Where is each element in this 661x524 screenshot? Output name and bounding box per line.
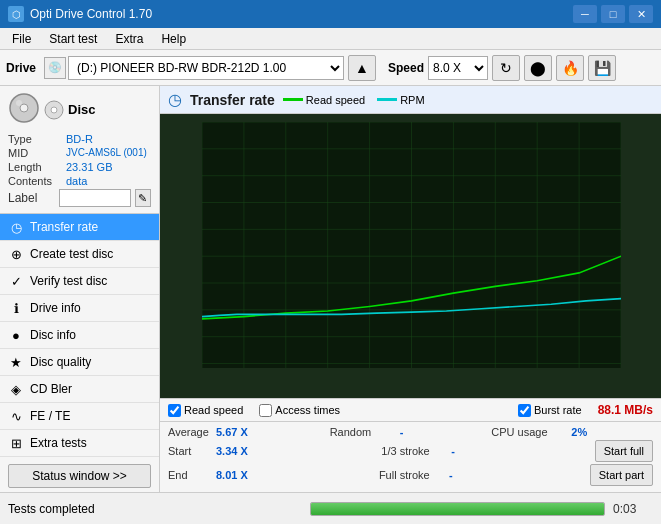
start-part-button[interactable]: Start part bbox=[590, 464, 653, 486]
maximize-button[interactable]: □ bbox=[601, 5, 625, 23]
burst-rate-value: 88.1 MB/s bbox=[598, 403, 653, 417]
disc-label-input[interactable] bbox=[59, 189, 131, 207]
sidebar: Disc Type BD-R MID JVC-AMS6L (001) Lengt… bbox=[0, 86, 160, 492]
eject-button[interactable]: ▲ bbox=[348, 55, 376, 81]
nav-disc-quality-label: Disc quality bbox=[30, 355, 91, 369]
start-val: 3.34 X bbox=[216, 445, 256, 457]
save-button[interactable]: 💾 bbox=[588, 55, 616, 81]
access-times-checkbox[interactable] bbox=[259, 404, 272, 417]
svg-point-1 bbox=[20, 104, 28, 112]
checkbox-access-times[interactable]: Access times bbox=[259, 404, 340, 417]
average-key: Average bbox=[168, 426, 216, 438]
nav-list: ◷ Transfer rate ⊕ Create test disc ✓ Ver… bbox=[0, 214, 159, 460]
nav-cd-bler[interactable]: ◈ CD Bler bbox=[0, 376, 159, 403]
menu-extra[interactable]: Extra bbox=[107, 30, 151, 48]
main-area: Disc Type BD-R MID JVC-AMS6L (001) Lengt… bbox=[0, 86, 661, 492]
full-stroke-val: - bbox=[449, 469, 479, 481]
nav-create-test-disc[interactable]: ⊕ Create test disc bbox=[0, 241, 159, 268]
stats-row-1: Average 5.67 X Random - CPU usage 2% bbox=[168, 426, 653, 438]
fe-te-icon: ∿ bbox=[8, 408, 24, 424]
disc-info-icon: ● bbox=[8, 327, 24, 343]
disc-label-row: Label ✎ bbox=[8, 189, 151, 207]
speed-label: Speed bbox=[388, 61, 424, 75]
status-bar: Tests completed 0:03 bbox=[0, 492, 661, 524]
nav-fe-te[interactable]: ∿ FE / TE bbox=[0, 403, 159, 430]
read-speed-checkbox-label: Read speed bbox=[184, 404, 243, 416]
title-bar: ⬡ Opti Drive Control 1.70 ─ □ ✕ bbox=[0, 0, 661, 28]
nav-disc-info[interactable]: ● Disc info bbox=[0, 322, 159, 349]
average-val: 5.67 X bbox=[216, 426, 256, 438]
status-window-button[interactable]: Status window >> bbox=[8, 464, 151, 488]
disc-length-val: 23.31 GB bbox=[66, 161, 112, 173]
nav-create-test-disc-label: Create test disc bbox=[30, 247, 113, 261]
end-key: End bbox=[168, 469, 216, 481]
nav-extra-tests[interactable]: ⊞ Extra tests bbox=[0, 430, 159, 457]
nav-drive-info[interactable]: ℹ Drive info bbox=[0, 295, 159, 322]
stat-end: End 8.01 X bbox=[168, 464, 379, 486]
legend-rpm: RPM bbox=[377, 94, 424, 106]
chart-legend: Read speed RPM bbox=[283, 94, 425, 106]
nav-drive-info-label: Drive info bbox=[30, 301, 81, 315]
nav-verify-test-disc[interactable]: ✓ Verify test disc bbox=[0, 268, 159, 295]
end-val: 8.01 X bbox=[216, 469, 256, 481]
disc-mid-row: MID JVC-AMS6L (001) bbox=[8, 147, 151, 159]
app-title: Opti Drive Control 1.70 bbox=[30, 7, 152, 21]
chart-svg: 18 X 16 X 14 X 12 X 10 X 8 X 6 X 4 X 2 X… bbox=[202, 122, 621, 368]
chart-container: 18 X 16 X 14 X 12 X 10 X 8 X 6 X 4 X 2 X… bbox=[160, 114, 661, 398]
disc-graphic bbox=[8, 92, 40, 124]
disc-icon2 bbox=[44, 100, 64, 120]
status-text: Tests completed bbox=[8, 502, 302, 516]
legend-rpm-label: RPM bbox=[400, 94, 424, 106]
toolbar: Drive 💿 (D:) PIONEER BD-RW BDR-212D 1.00… bbox=[0, 50, 661, 86]
svg-point-4 bbox=[51, 107, 57, 113]
checkbox-read-speed[interactable]: Read speed bbox=[168, 404, 243, 417]
nav-extra-tests-label: Extra tests bbox=[30, 436, 87, 450]
window-controls: ─ □ ✕ bbox=[573, 5, 653, 23]
chart-header-icon: ◷ bbox=[168, 90, 182, 109]
read-speed-checkbox[interactable] bbox=[168, 404, 181, 417]
disc-contents-key: Contents bbox=[8, 175, 66, 187]
stat-cpu: CPU usage 2% bbox=[491, 426, 653, 438]
stat-random: Random - bbox=[330, 426, 492, 438]
speed-select[interactable]: 8.0 X bbox=[428, 56, 488, 80]
svg-point-2 bbox=[16, 100, 22, 106]
nav-disc-info-label: Disc info bbox=[30, 328, 76, 342]
menu-start-test[interactable]: Start test bbox=[41, 30, 105, 48]
checkbox-burst-rate[interactable]: Burst rate bbox=[518, 404, 582, 417]
disc-length-key: Length bbox=[8, 161, 66, 173]
drive-icon: 💿 bbox=[44, 57, 66, 79]
disc-length-row: Length 23.31 GB bbox=[8, 161, 151, 173]
cpu-val: 2% bbox=[571, 426, 611, 438]
create-disc-icon: ⊕ bbox=[8, 246, 24, 262]
disc-mid-val: JVC-AMS6L (001) bbox=[66, 147, 147, 159]
disc-label-button[interactable]: ✎ bbox=[135, 189, 151, 207]
transfer-rate-icon: ◷ bbox=[8, 219, 24, 235]
burst-rate-checkbox[interactable] bbox=[518, 404, 531, 417]
menu-file[interactable]: File bbox=[4, 30, 39, 48]
start-key: Start bbox=[168, 445, 216, 457]
nav-cd-bler-label: CD Bler bbox=[30, 382, 72, 396]
chart-title: Transfer rate bbox=[190, 92, 275, 108]
settings-button[interactable]: ⬤ bbox=[524, 55, 552, 81]
disc-section-label: Disc bbox=[68, 102, 95, 117]
nav-transfer-rate[interactable]: ◷ Transfer rate bbox=[0, 214, 159, 241]
access-times-checkbox-label: Access times bbox=[275, 404, 340, 416]
start-full-button[interactable]: Start full bbox=[595, 440, 653, 462]
burn-button[interactable]: 🔥 bbox=[556, 55, 584, 81]
refresh-button[interactable]: ↻ bbox=[492, 55, 520, 81]
stroke13-key: 1/3 stroke bbox=[381, 445, 451, 457]
stats-area: Average 5.67 X Random - CPU usage 2% Sta… bbox=[160, 421, 661, 492]
close-button[interactable]: ✕ bbox=[629, 5, 653, 23]
minimize-button[interactable]: ─ bbox=[573, 5, 597, 23]
drive-select[interactable]: (D:) PIONEER BD-RW BDR-212D 1.00 bbox=[68, 56, 344, 80]
menu-help[interactable]: Help bbox=[153, 30, 194, 48]
progress-container bbox=[310, 502, 606, 516]
burst-rate-checkbox-label: Burst rate bbox=[534, 404, 582, 416]
verify-disc-icon: ✓ bbox=[8, 273, 24, 289]
nav-disc-quality[interactable]: ★ Disc quality bbox=[0, 349, 159, 376]
legend-read-speed: Read speed bbox=[283, 94, 365, 106]
drive-info-icon: ℹ bbox=[8, 300, 24, 316]
app-icon: ⬡ bbox=[8, 6, 24, 22]
stats-row-3: End 8.01 X Full stroke - Start part bbox=[168, 464, 653, 486]
drive-label: Drive bbox=[6, 61, 36, 75]
